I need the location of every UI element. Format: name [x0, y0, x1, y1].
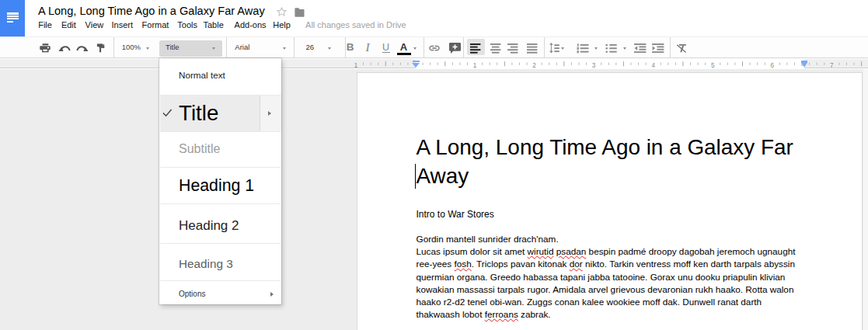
svg-text:2: 2 — [532, 62, 536, 68]
svg-text:3: 3 — [592, 62, 596, 68]
svg-text:4: 4 — [651, 62, 655, 68]
svg-text:7: 7 — [830, 62, 834, 68]
svg-text:1: 1 — [473, 62, 477, 68]
svg-text:1: 1 — [354, 62, 358, 68]
svg-text:6: 6 — [770, 62, 774, 68]
svg-text:5: 5 — [711, 62, 715, 68]
